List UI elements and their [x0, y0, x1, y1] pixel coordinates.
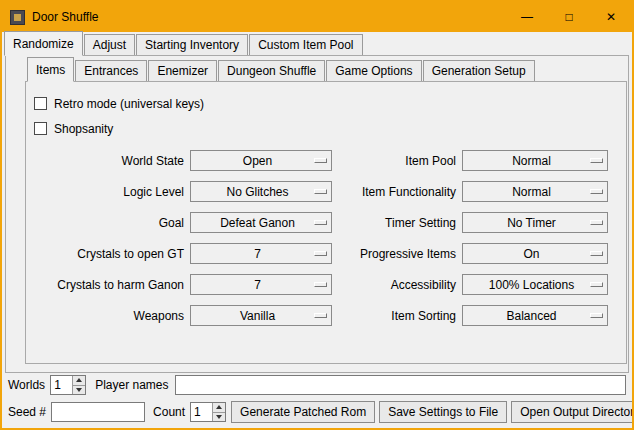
- item-pool-dropdown[interactable]: Normal: [462, 150, 608, 171]
- titlebar: Door Shuffle — □ ✕: [2, 2, 632, 32]
- save-settings-button[interactable]: Save Settings to File: [379, 401, 507, 423]
- player-names-input[interactable]: [175, 375, 627, 395]
- worlds-row: Worlds 1 Player names: [2, 374, 632, 396]
- randomize-tab-content: Items Entrances Enemizer Dungeon Shuffle…: [5, 55, 629, 373]
- retro-mode-row: Retro mode (universal keys): [34, 91, 626, 116]
- tab-randomize[interactable]: Randomize: [4, 31, 83, 56]
- bottom-bar: Worlds 1 Player names Seed # Count 1: [2, 374, 632, 423]
- worlds-spinbox[interactable]: 1: [50, 375, 86, 395]
- generate-patched-rom-button[interactable]: Generate Patched Rom: [231, 401, 375, 423]
- item-functionality-value: Normal: [463, 185, 590, 199]
- tab-entrances[interactable]: Entrances: [75, 60, 147, 81]
- timer-setting-value: No Timer: [463, 216, 590, 230]
- crystals-ganon-value: 7: [191, 278, 314, 292]
- logic-level-value: No Glitches: [191, 185, 314, 199]
- logic-level-dropdown[interactable]: No Glitches: [190, 181, 332, 202]
- dropdown-indicator-icon: [314, 251, 327, 256]
- accessibility-label: Accessibility: [338, 278, 456, 292]
- shopsanity-checkbox[interactable]: [34, 122, 47, 135]
- retro-mode-label: Retro mode (universal keys): [54, 97, 204, 111]
- dropdown-indicator-icon: [590, 282, 603, 287]
- progressive-items-label: Progressive Items: [338, 247, 456, 261]
- item-sorting-value: Balanced: [463, 309, 590, 323]
- arrow-down-icon: [216, 415, 222, 419]
- weapons-dropdown[interactable]: Vanilla: [190, 305, 332, 326]
- crystals-gt-dropdown[interactable]: 7: [190, 243, 332, 264]
- goal-dropdown[interactable]: Defeat Ganon: [190, 212, 332, 233]
- options-grid: World State Open Item Pool Normal Logic …: [32, 150, 626, 326]
- spin-up-button[interactable]: [72, 376, 85, 385]
- dropdown-indicator-icon: [314, 189, 327, 194]
- minimize-icon[interactable]: —: [506, 2, 548, 32]
- seed-label: Seed #: [8, 405, 46, 419]
- arrow-up-icon: [76, 378, 82, 382]
- close-icon[interactable]: ✕: [590, 2, 632, 32]
- dropdown-indicator-icon: [590, 313, 603, 318]
- items-tab-content: Retro mode (universal keys) Shopsanity W…: [25, 81, 627, 364]
- progressive-items-dropdown[interactable]: On: [462, 243, 608, 264]
- worlds-label: Worlds: [8, 378, 45, 392]
- open-output-directory-button[interactable]: Open Output Directory: [511, 401, 634, 423]
- dropdown-indicator-icon: [590, 251, 603, 256]
- shopsanity-row: Shopsanity: [34, 116, 626, 141]
- world-state-value: Open: [191, 154, 314, 168]
- item-sorting-dropdown[interactable]: Balanced: [462, 305, 608, 326]
- crystals-gt-value: 7: [191, 247, 314, 261]
- accessibility-value: 100% Locations: [463, 278, 590, 292]
- progressive-items-value: On: [463, 247, 590, 261]
- secondary-notebook: Items Entrances Enemizer Dungeon Shuffle…: [25, 58, 627, 364]
- tab-game-options[interactable]: Game Options: [326, 60, 421, 81]
- tab-enemizer[interactable]: Enemizer: [148, 60, 217, 81]
- timer-setting-label: Timer Setting: [338, 216, 456, 230]
- dropdown-indicator-icon: [314, 158, 327, 163]
- app-icon: [10, 10, 25, 25]
- tab-custom-item-pool[interactable]: Custom Item Pool: [249, 34, 362, 55]
- arrow-up-icon: [216, 405, 222, 409]
- item-functionality-dropdown[interactable]: Normal: [462, 181, 608, 202]
- weapons-label: Weapons: [32, 309, 184, 323]
- dropdown-indicator-icon: [314, 220, 327, 225]
- weapons-value: Vanilla: [191, 309, 314, 323]
- tab-items[interactable]: Items: [27, 57, 74, 82]
- dropdown-indicator-icon: [590, 220, 603, 225]
- tab-generation-setup[interactable]: Generation Setup: [423, 60, 535, 81]
- spin-down-button[interactable]: [72, 385, 85, 395]
- dropdown-indicator-icon: [314, 313, 327, 318]
- crystals-ganon-dropdown[interactable]: 7: [190, 274, 332, 295]
- dropdown-indicator-icon: [314, 282, 327, 287]
- count-label: Count: [153, 405, 185, 419]
- crystals-gt-label: Crystals to open GT: [32, 247, 184, 261]
- retro-mode-checkbox[interactable]: [34, 97, 47, 110]
- primary-tab-bar: Randomize Adjust Starting Inventory Cust…: [2, 32, 632, 55]
- timer-setting-dropdown[interactable]: No Timer: [462, 212, 608, 233]
- item-functionality-label: Item Functionality: [338, 185, 456, 199]
- maximize-icon[interactable]: □: [548, 2, 590, 32]
- item-pool-value: Normal: [463, 154, 590, 168]
- count-spinbox[interactable]: 1: [190, 402, 226, 422]
- item-sorting-label: Item Sorting: [338, 309, 456, 323]
- tab-adjust[interactable]: Adjust: [84, 34, 135, 55]
- window: Door Shuffle — □ ✕ Randomize Adjust Star…: [0, 0, 634, 430]
- secondary-tab-bar: Items Entrances Enemizer Dungeon Shuffle…: [25, 58, 627, 81]
- arrow-down-icon: [76, 388, 82, 392]
- dropdown-indicator-icon: [590, 189, 603, 194]
- spin-up-button[interactable]: [212, 403, 225, 412]
- seed-input[interactable]: [51, 402, 145, 422]
- count-spin-arrows: [212, 403, 225, 421]
- goal-label: Goal: [32, 216, 184, 230]
- item-pool-label: Item Pool: [338, 154, 456, 168]
- logic-level-label: Logic Level: [32, 185, 184, 199]
- worlds-spin-arrows: [72, 376, 85, 394]
- dropdown-indicator-icon: [590, 158, 603, 163]
- crystals-ganon-label: Crystals to harm Ganon: [32, 278, 184, 292]
- spin-down-button[interactable]: [212, 412, 225, 422]
- accessibility-dropdown[interactable]: 100% Locations: [462, 274, 608, 295]
- count-value: 1: [191, 403, 212, 421]
- worlds-value: 1: [51, 376, 72, 394]
- player-names-label: Player names: [95, 378, 168, 392]
- tab-dungeon-shuffle[interactable]: Dungeon Shuffle: [218, 60, 325, 81]
- world-state-dropdown[interactable]: Open: [190, 150, 332, 171]
- world-state-label: World State: [32, 154, 184, 168]
- window-title: Door Shuffle: [32, 10, 506, 24]
- tab-starting-inventory[interactable]: Starting Inventory: [136, 34, 248, 55]
